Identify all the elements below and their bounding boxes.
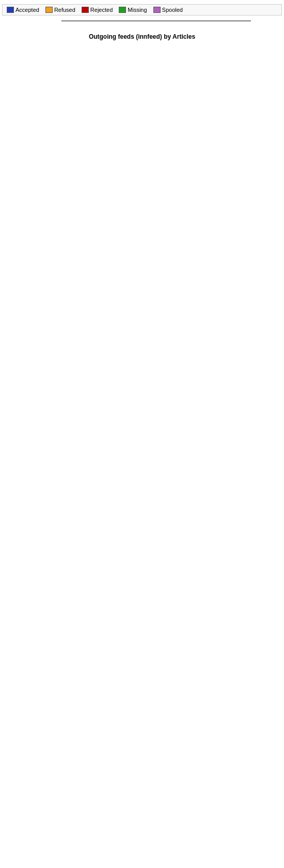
refused-color-swatch [45, 7, 53, 13]
legend-refused-label: Refused [54, 7, 75, 13]
legend-missing: Missing [119, 7, 147, 13]
legend-spooled: Spooled [153, 7, 183, 13]
chart-legend: Accepted Refused Rejected Missing Spoole… [2, 4, 282, 16]
legend-rejected-label: Rejected [90, 7, 113, 13]
legend-missing-label: Missing [128, 7, 147, 13]
missing-color-swatch [119, 7, 126, 13]
legend-spooled-label: Spooled [162, 7, 183, 13]
chart-container: Accepted Refused Rejected Missing Spoole… [0, 0, 284, 61]
legend-refused: Refused [45, 7, 75, 13]
legend-accepted-label: Accepted [15, 7, 39, 13]
rejected-color-swatch [82, 7, 89, 13]
x-axis [61, 21, 251, 30]
legend-rejected: Rejected [82, 7, 113, 13]
chart-title: Outgoing feeds (innfeed) by Articles [2, 33, 282, 40]
spooled-color-swatch [153, 7, 161, 13]
legend-accepted: Accepted [7, 7, 39, 13]
accepted-color-swatch [7, 7, 14, 13]
